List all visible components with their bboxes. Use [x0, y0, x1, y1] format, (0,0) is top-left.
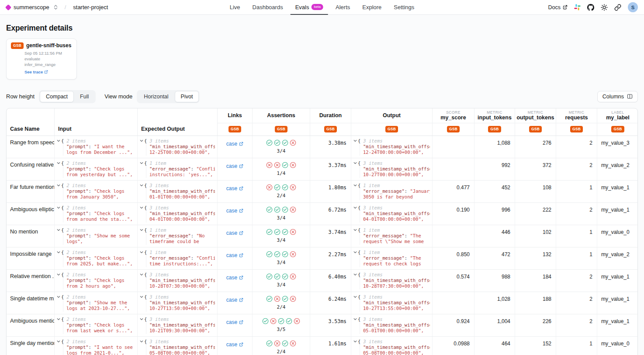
case-link[interactable]: case	[226, 319, 243, 326]
user-avatar[interactable]: S	[628, 2, 638, 12]
see-trace-link[interactable]: See trace	[24, 70, 48, 74]
external-link-icon	[239, 186, 243, 191]
columns-button[interactable]: Columns	[597, 91, 638, 102]
column-header-output_tokens[interactable]: METRIC output_tokens GSB	[515, 108, 556, 136]
chevron-down-icon[interactable]	[353, 206, 357, 209]
experiment-badge[interactable]: GSB	[488, 126, 501, 132]
table-row[interactable]: Far future mention { 2 items "prompt": "…	[7, 181, 637, 203]
row-height-option-compact[interactable]: Compact	[40, 91, 74, 102]
nav-item-evals[interactable]: Evals beta	[291, 0, 328, 15]
chevron-down-icon[interactable]	[57, 340, 60, 343]
chevron-down-icon[interactable]	[140, 273, 143, 276]
view-mode-option-pivot[interactable]: Pivot	[175, 91, 199, 102]
chevron-down-icon[interactable]	[353, 161, 357, 165]
column-header-expected_output[interactable]: Expected Output	[138, 108, 218, 136]
table-row[interactable]: No mention { 2 items "prompt": "Show me …	[7, 225, 637, 247]
case-link[interactable]: case	[226, 163, 243, 170]
case-link[interactable]: case	[226, 230, 243, 237]
nav-item-dashboards[interactable]: Dashboards	[248, 0, 288, 15]
chevron-down-icon[interactable]	[57, 295, 60, 299]
nav-item-live[interactable]: Live	[225, 0, 245, 15]
chevron-down-icon[interactable]	[140, 317, 143, 321]
case-link[interactable]: case	[226, 275, 243, 282]
experiment-badge[interactable]: GSB	[570, 126, 583, 132]
view-mode-option-horizontal[interactable]: Horizontal	[138, 91, 174, 102]
chevrons-up-down-icon[interactable]	[54, 5, 58, 10]
org-selector[interactable]: summerscope	[14, 4, 49, 10]
label-cell: my_value_0	[597, 337, 637, 355]
experiment-badge[interactable]: GSB	[229, 126, 241, 132]
case-link[interactable]: case	[226, 297, 243, 304]
experiment-badge[interactable]: GSB	[529, 126, 542, 132]
column-header-input[interactable]: Input	[55, 108, 138, 136]
column-header-requests[interactable]: METRIC requests GSB	[556, 108, 597, 136]
column-header-output[interactable]: Output GSB	[351, 108, 433, 136]
chevron-down-icon[interactable]	[57, 139, 60, 143]
chevron-down-icon[interactable]	[57, 317, 60, 321]
nav-item-settings[interactable]: Settings	[389, 0, 419, 15]
link-icon[interactable]	[614, 4, 621, 11]
brand-logo-icon	[5, 4, 11, 10]
docs-link[interactable]: Docs	[548, 4, 568, 10]
column-header-links[interactable]: Links GSB	[218, 108, 253, 136]
chevron-down-icon[interactable]	[140, 228, 143, 232]
github-icon[interactable]	[587, 4, 594, 11]
chevron-down-icon[interactable]	[57, 273, 60, 276]
chevron-down-icon[interactable]	[140, 161, 143, 165]
chevron-down-icon[interactable]	[353, 340, 357, 343]
table-row[interactable]: Confusing relative... { 2 items "prompt"…	[7, 158, 637, 181]
chevron-down-icon[interactable]	[57, 228, 60, 232]
expected-output-cell: { 3 items "min_timestamp_with_offset" 10…	[138, 292, 218, 314]
table-row[interactable]: Single datetime m... { 2 items "prompt":…	[7, 292, 637, 314]
chevron-down-icon[interactable]	[353, 317, 357, 321]
duration-cell: 3.74ms	[310, 225, 351, 247]
chevron-down-icon[interactable]	[140, 295, 143, 299]
column-header-case_name[interactable]: Case Name	[7, 108, 55, 136]
slack-icon[interactable]	[574, 4, 581, 10]
case-link[interactable]: case	[226, 341, 243, 348]
column-header-my_score[interactable]: SCORE my_score GSB	[433, 108, 474, 136]
column-header-my_label[interactable]: LABEL my_label GSB	[597, 108, 638, 136]
chevron-down-icon[interactable]	[57, 206, 60, 209]
chevron-down-icon[interactable]	[353, 184, 357, 187]
experiment-card[interactable]: GSB gentle-sniff-buses Sep 05 12:11:56 P…	[6, 38, 77, 80]
experiment-badge[interactable]: GSB	[447, 126, 460, 132]
case-link[interactable]: case	[226, 141, 243, 148]
case-link[interactable]: case	[226, 208, 243, 215]
experiment-badge[interactable]: GSB	[611, 126, 624, 132]
case-link[interactable]: case	[226, 252, 243, 259]
table-row[interactable]: Impossible range { 2 items "prompt": "Ch…	[7, 247, 637, 270]
experiment-badge[interactable]: GSB	[385, 126, 398, 132]
chevron-down-icon[interactable]	[140, 206, 143, 209]
chevron-down-icon[interactable]	[353, 228, 357, 232]
table-row[interactable]: Single day mention { 2 items "prompt": "…	[7, 337, 637, 355]
table-row[interactable]: Range from speech { 2 items "prompt": "I…	[7, 136, 637, 158]
experiment-badge[interactable]: GSB	[275, 126, 287, 132]
json-item-count: 3 items	[149, 294, 169, 299]
table-row[interactable]: Ambiguous elliptic... { 2 items "prompt"…	[7, 203, 637, 225]
chevron-down-icon[interactable]	[57, 184, 60, 187]
chevron-down-icon[interactable]	[353, 139, 357, 143]
column-header-duration[interactable]: Duration GSB	[310, 108, 351, 136]
table-row[interactable]: Relative mention ... { 2 items "prompt":…	[7, 270, 637, 292]
chevron-down-icon[interactable]	[57, 251, 60, 254]
chevron-down-icon[interactable]	[353, 273, 357, 276]
chevron-down-icon[interactable]	[140, 139, 143, 143]
table-row[interactable]: Ambiguous mention { 2 items "prompt": "C…	[7, 314, 637, 337]
chevron-down-icon[interactable]	[353, 251, 357, 254]
nav-item-alerts[interactable]: Alerts	[331, 0, 355, 15]
experiment-badge[interactable]: GSB	[324, 126, 337, 132]
nav-item-explore[interactable]: Explore	[357, 0, 386, 15]
project-name[interactable]: starter-project	[73, 4, 108, 10]
chevron-down-icon[interactable]	[57, 161, 60, 165]
chevron-down-icon[interactable]	[140, 184, 143, 187]
table-header: Case Name Input Expected Output Links GS…	[7, 108, 637, 136]
column-header-input_tokens[interactable]: METRIC input_tokens GSB	[474, 108, 515, 136]
theme-toggle-icon[interactable]	[601, 4, 608, 11]
case-link[interactable]: case	[226, 185, 243, 192]
chevron-down-icon[interactable]	[353, 295, 357, 299]
row-height-option-full[interactable]: Full	[74, 91, 95, 102]
chevron-down-icon[interactable]	[140, 251, 143, 254]
chevron-down-icon[interactable]	[140, 340, 143, 343]
column-header-assertions[interactable]: Assertions GSB	[253, 108, 310, 136]
